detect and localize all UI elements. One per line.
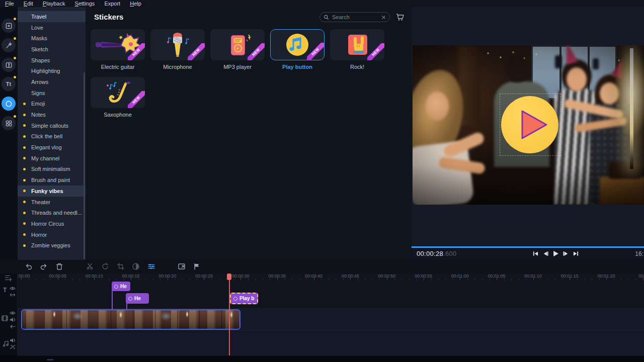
redo-icon[interactable]	[40, 262, 48, 270]
skip-to-start-button[interactable]	[532, 250, 539, 257]
filters-tool-button[interactable]	[2, 38, 16, 52]
sticker-tile-microphone[interactable]: NEW Microphone	[150, 29, 205, 70]
undo-icon[interactable]	[25, 262, 33, 270]
rotate-icon[interactable]	[101, 262, 109, 270]
search-box[interactable]	[319, 12, 390, 22]
delete-icon[interactable]	[55, 262, 63, 270]
timeline-scroll-area	[0, 355, 644, 362]
titles-tool-button[interactable]: Tt	[2, 77, 16, 91]
sticker-thumbnail[interactable]: NEW	[210, 29, 265, 60]
color-adjustments-icon[interactable]	[132, 262, 140, 270]
ruler-timestamp: 00:01:05	[478, 274, 515, 279]
category-item[interactable]: Emoji	[18, 99, 86, 110]
sticker-tile-play-button[interactable]: NEW Play button	[270, 29, 325, 70]
track-headers: T	[0, 273, 18, 355]
store-cart-icon[interactable]	[395, 13, 405, 22]
category-item[interactable]: Horror	[18, 229, 86, 240]
category-item[interactable]: Travel	[18, 11, 86, 22]
video-track-return-icon[interactable]	[10, 324, 16, 329]
sticker-thumbnail[interactable]: NEW	[150, 29, 205, 60]
category-item[interactable]: Zombie veggies	[18, 240, 86, 251]
audio-track-unlink-icon[interactable]	[10, 344, 16, 349]
menu-item[interactable]: Help	[126, 0, 145, 7]
category-item[interactable]: Highlighting	[18, 65, 86, 76]
sticker-thumbnail[interactable]: NEW	[270, 29, 325, 60]
clip-properties-icon[interactable]	[147, 262, 155, 270]
timeline-horizontal-scrollbar[interactable]	[47, 359, 54, 360]
menu-item[interactable]: Export	[100, 0, 124, 7]
clip-label: He	[134, 296, 141, 301]
skip-to-end-button[interactable]	[573, 250, 579, 257]
video-track-visibility-icon[interactable]	[10, 311, 16, 315]
search-icon	[324, 15, 329, 20]
clear-search-icon[interactable]	[381, 15, 386, 20]
sticker-tile-rock[interactable]: NEW Rock!	[330, 29, 384, 70]
split-clip-icon[interactable]	[86, 262, 94, 270]
sticker-tile-electric-guitar[interactable]: NEW Electric guitar	[91, 29, 145, 70]
category-item[interactable]: Sketch	[18, 44, 86, 55]
title-track-link-icon[interactable]	[10, 293, 16, 297]
add-track-icon[interactable]	[5, 275, 13, 282]
sticker-tile-mp3-player[interactable]: NEW MP3 player	[210, 29, 265, 70]
audio-track-lane[interactable]	[18, 331, 644, 355]
tool-rail: Tt	[0, 7, 18, 260]
category-item[interactable]: Shapes	[18, 55, 86, 66]
category-label: Horror Circus	[31, 221, 64, 227]
category-item[interactable]: Threads and needl...	[18, 207, 86, 218]
menu-item[interactable]: Settings	[71, 0, 99, 7]
category-item[interactable]: Arrows	[18, 76, 86, 87]
timeline-ruler[interactable]: 00:00:0000:00:0500:00:1000:00:1500:00:20…	[0, 273, 644, 281]
menu-item[interactable]: Playback	[39, 0, 69, 7]
add-marker-icon[interactable]	[193, 262, 201, 270]
category-item[interactable]: Soft minimalism	[18, 164, 86, 175]
sticker-label: Microphone	[150, 64, 205, 70]
menu-item[interactable]: File	[1, 0, 18, 7]
playhead-handle[interactable]	[227, 274, 231, 280]
ruler-timestamp: 00:00:55	[405, 274, 442, 279]
timeline-sticker-clip-2[interactable]: He	[126, 293, 149, 304]
category-label: Arrows	[31, 79, 48, 85]
category-item[interactable]: Signs	[18, 87, 86, 99]
timeline-sticker-clip-selected[interactable]: Play b	[230, 293, 258, 304]
category-item[interactable]: Horror Circus	[18, 218, 86, 229]
title-track-visibility-icon[interactable]	[10, 286, 16, 291]
category-item[interactable]: Theater	[18, 197, 86, 208]
category-item[interactable]: Masks	[18, 33, 86, 44]
category-item[interactable]: Click the bell	[18, 131, 86, 142]
timeline-toolbar	[0, 260, 644, 273]
category-label: Click the bell	[31, 133, 62, 139]
menu-item[interactable]: Edit	[20, 0, 37, 7]
category-item[interactable]: Elegant vlog	[18, 142, 86, 153]
category-item[interactable]: Funky vibes	[18, 186, 86, 197]
category-item[interactable]: Love	[18, 22, 86, 33]
play-button-sticker-overlay[interactable]	[501, 96, 558, 153]
more-tools-button[interactable]	[2, 116, 16, 130]
play-button[interactable]	[552, 250, 559, 257]
audio-track-volume-icon[interactable]	[10, 338, 16, 343]
timeline-sticker-clip-1[interactable]: He	[112, 282, 130, 291]
category-item[interactable]: Notes	[18, 109, 86, 120]
ruler-timestamp: 00:01:20	[588, 274, 625, 279]
sticker-tile-saxophone[interactable]: NEW Saxophone	[91, 77, 145, 118]
previous-frame-button[interactable]	[542, 250, 549, 257]
crop-icon[interactable]	[117, 262, 125, 270]
media-tool-button[interactable]	[2, 19, 16, 33]
video-track-volume-icon[interactable]	[10, 317, 16, 322]
transitions-tool-button[interactable]	[2, 58, 16, 72]
category-item[interactable]: My channel	[18, 153, 86, 164]
sticker-thumbnail[interactable]: NEW	[91, 77, 145, 108]
ruler-timestamp: 00:01:10	[515, 274, 551, 279]
stickers-panel: Stickers NEW	[86, 7, 412, 260]
stickers-tool-button[interactable]	[2, 97, 16, 111]
category-scrollbar[interactable]	[84, 72, 85, 259]
sticker-thumbnail[interactable]: NEW	[330, 29, 384, 60]
category-item[interactable]: Brush and paint	[18, 174, 86, 186]
search-input[interactable]	[332, 14, 378, 20]
overlay-icon[interactable]	[178, 262, 186, 270]
category-item[interactable]: Simple callouts	[18, 120, 86, 131]
timeline-video-clip[interactable]	[21, 309, 240, 330]
sticker-thumbnail[interactable]: NEW	[91, 29, 145, 60]
next-frame-button[interactable]	[562, 250, 569, 257]
video-preview[interactable]	[413, 45, 644, 205]
ruler-timestamp: 00:01:00	[442, 274, 478, 279]
